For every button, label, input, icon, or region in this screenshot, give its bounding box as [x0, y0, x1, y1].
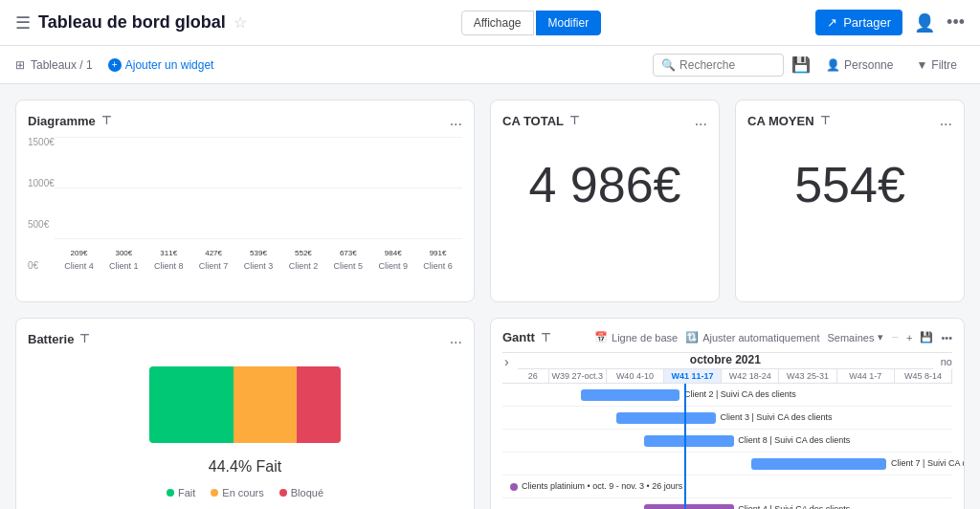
bar-group-Client9: 984€ Client 9 — [372, 249, 413, 271]
legend-fait: Fait — [167, 487, 195, 498]
gantt-save-icon[interactable]: 💾 — [920, 331, 933, 343]
add-widget-button[interactable]: + Ajouter un widget — [108, 58, 214, 72]
more-options-icon[interactable]: ••• — [947, 12, 965, 33]
ca-total-value: 4 986€ — [502, 137, 707, 232]
header-left: ☰ Tableau de bord global ☆ — [15, 12, 247, 33]
batterie-widget: Batterie ⊤ ... 44.4% Fait Fait — [15, 318, 475, 509]
gantt-row-client8: Client 8 | Suivi CA des clients — [502, 430, 952, 453]
gantt-label-client7: Client 7 | Suivi CA des client... — [891, 458, 965, 468]
view-toggle: Affichage Modifier — [461, 11, 602, 35]
gantt-row-client4: Client 4 | Suivi CA des clients — [502, 498, 952, 509]
bar-group-Client5: 673€ Client 5 — [327, 249, 368, 271]
gantt-month-row: › octobre 2021 no — [502, 353, 952, 369]
bar-label-2: Client 8 — [154, 261, 184, 271]
bottom-widgets-row: Batterie ⊤ ... 44.4% Fait Fait — [15, 318, 965, 509]
gantt-left-arrow[interactable]: › — [502, 352, 511, 371]
battery-seg-red — [297, 366, 341, 443]
add-icon: + — [108, 58, 122, 72]
batterie-header: Batterie ⊤ ... — [28, 330, 462, 347]
legend-en-cours: En cours — [211, 487, 263, 498]
personne-button[interactable]: 👤 Personne — [818, 55, 901, 76]
star-icon[interactable]: ☆ — [234, 13, 247, 32]
gantt-weeks-row: 26 W39 27-oct.3 W40 4-10 W41 11-17 W42 1… — [502, 369, 952, 384]
ca-moyen-filter-icon[interactable]: ⊤ — [820, 114, 830, 127]
y-label-500: 500€ — [28, 219, 55, 230]
gantt-today-line — [684, 384, 686, 509]
bar-label-4: Client 3 — [244, 261, 274, 271]
gantt-filter-icon[interactable]: ⊤ — [541, 331, 550, 344]
gantt-platinium-label: Clients platinium • oct. 9 - nov. 3 • 26… — [522, 481, 682, 491]
bar-label-8: Client 6 — [423, 261, 453, 271]
modifier-button[interactable]: Modifier — [536, 11, 602, 35]
bar-label-5: Client 2 — [289, 261, 319, 271]
gantt-baseline-tool[interactable]: 📅 Ligne de base — [594, 331, 678, 343]
gantt-more-icon[interactable]: ••• — [941, 332, 952, 343]
bar-value-4: 539€ — [250, 249, 267, 257]
gantt-label-client3: Client 3 | Suivi CA des clients — [721, 412, 833, 422]
header-right: ↗ Partager 👤 ••• — [815, 10, 965, 35]
ca-moyen-widget: CA MOYEN ⊤ ... 554€ — [735, 100, 965, 302]
top-widgets-row: Diagramme ⊤ ... 1500€ 1000€ 500€ 0€ — [15, 100, 965, 302]
baseline-icon: 📅 — [594, 331, 608, 343]
week-w42: W42 18-24 — [722, 369, 779, 383]
y-axis: 1500€ 1000€ 500€ 0€ — [28, 137, 55, 271]
bar-value-5: 552€ — [295, 249, 312, 257]
battery-percentage-label: 44.4% Fait — [28, 458, 462, 476]
bar-label-1: Client 1 — [109, 261, 139, 271]
gantt-label-client4: Client 4 | Suivi CA des clients — [738, 504, 850, 509]
diagramme-menu-icon[interactable]: ... — [450, 112, 462, 129]
filtre-button[interactable]: ▼ Filtre — [908, 55, 965, 76]
diagramme-filter-icon[interactable]: ⊤ — [101, 114, 111, 127]
gantt-semaines-tool[interactable]: Semaines ▾ — [827, 331, 883, 343]
legend-dot-bloque — [279, 489, 287, 497]
grid-line-mid1 — [55, 188, 462, 188]
ca-moyen-menu-icon[interactable]: ... — [940, 112, 952, 129]
search-input[interactable] — [679, 58, 775, 72]
ca-total-menu-icon[interactable]: ... — [695, 112, 707, 129]
bar-group-Client3: 539€ Client 3 — [238, 249, 279, 271]
gantt-row-client7: Client 7 | Suivi CA des client... — [502, 453, 952, 476]
y-label-1000: 1000€ — [28, 178, 55, 188]
diagramme-title: Diagramme ⊤ — [28, 114, 111, 128]
avatar-icon[interactable]: 👤 — [914, 12, 935, 33]
gantt-header-bar: Gantt ⊤ 📅 Ligne de base 🔃 Ajuster automa… — [502, 330, 952, 353]
bars-container: 209€ Client 4 300€ Client 1 311€ Client … — [32, 137, 458, 290]
search-box[interactable]: 🔍 — [653, 54, 784, 77]
bar-group-Client4: 209€ Client 4 — [58, 249, 100, 271]
gantt-sep: − — [891, 330, 899, 344]
bar-label-0: Client 4 — [64, 261, 94, 271]
batterie-filter-icon[interactable]: ⊤ — [79, 332, 89, 345]
diagramme-header: Diagramme ⊤ ... — [28, 112, 462, 129]
gantt-row-client3: Client 3 | Suivi CA des clients — [502, 407, 952, 430]
hamburger-icon[interactable]: ☰ — [15, 12, 31, 33]
batterie-menu-icon[interactable]: ... — [450, 330, 462, 347]
battery-visual-container — [28, 366, 462, 443]
gantt-widget: Gantt ⊤ 📅 Ligne de base 🔃 Ajuster automa… — [490, 318, 965, 509]
bar-label-3: Client 7 — [199, 261, 229, 271]
auto-adjust-icon: 🔃 — [685, 331, 699, 343]
gantt-zoom-in[interactable]: + — [906, 332, 912, 343]
legend-dot-fait — [167, 489, 174, 497]
batterie-title: Batterie ⊤ — [28, 332, 89, 346]
week-w39: W39 27-oct.3 — [549, 369, 607, 383]
gantt-month-label: octobre 2021 — [518, 353, 933, 369]
ca-moyen-title: CA MOYEN ⊤ — [747, 114, 830, 128]
gantt-tools: 📅 Ligne de base 🔃 Ajuster automatiquemen… — [594, 330, 952, 344]
gantt-auto-adjust-tool[interactable]: 🔃 Ajuster automatiquement — [685, 331, 819, 343]
bar-value-8: 991€ — [430, 249, 447, 257]
bar-chart: 1500€ 1000€ 500€ 0€ 209€ Client 4 300€ C… — [28, 137, 462, 290]
tables-nav[interactable]: ⊞ Tableaux / 1 — [15, 58, 93, 72]
bar-group-Client8: 311€ Client 8 — [148, 249, 189, 271]
affichage-button[interactable]: Affichage — [461, 11, 534, 35]
ca-total-filter-icon[interactable]: ⊤ — [569, 114, 579, 127]
share-icon: ↗ — [827, 15, 837, 30]
ca-moyen-value: 554€ — [747, 137, 952, 232]
bar-group-Client1: 300€ Client 1 — [103, 249, 145, 271]
grid-line-top — [55, 137, 462, 138]
chevron-down-icon: ▾ — [878, 331, 883, 343]
gantt-bar-client7 — [751, 458, 886, 470]
bar-label-6: Client 5 — [334, 261, 364, 271]
partager-button[interactable]: ↗ Partager — [815, 10, 902, 35]
save-view-icon[interactable]: 💾 — [791, 55, 811, 74]
bar-value-1: 300€ — [115, 249, 132, 257]
